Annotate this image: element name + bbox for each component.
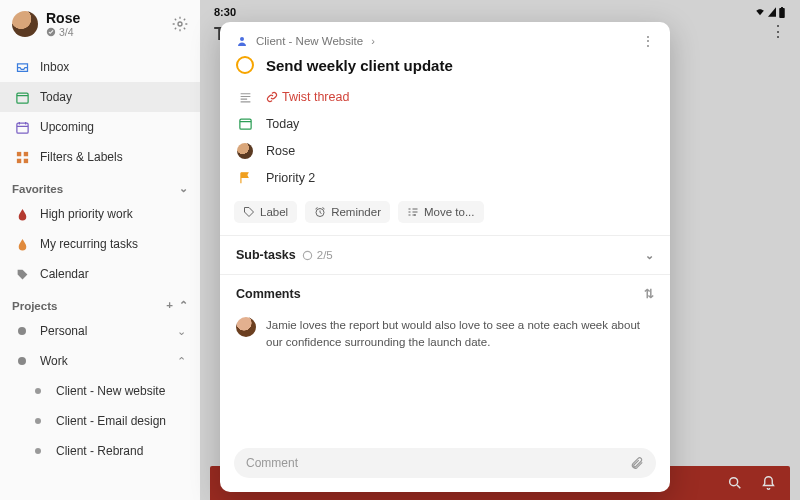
nav-main: Inbox Today Upcoming Filters & Labels: [0, 52, 200, 172]
comments-label: Comments: [236, 287, 301, 301]
svg-point-1: [178, 22, 182, 26]
twist-link[interactable]: Twist thread: [266, 90, 349, 104]
projects-header[interactable]: Projects + ⌃: [0, 289, 200, 316]
svg-rect-5: [23, 151, 27, 155]
favorites-header[interactable]: Favorites ⌄: [0, 172, 200, 199]
chevron-up-icon[interactable]: ⌃: [179, 299, 188, 312]
tag-icon: [243, 206, 255, 218]
expand-icon[interactable]: ⇅: [644, 287, 654, 301]
task-checkbox[interactable]: [236, 56, 254, 74]
user-name: Rose: [46, 10, 164, 26]
clock-icon: [314, 206, 326, 218]
comment-item: Jamie loves the report but would also lo…: [220, 313, 670, 360]
task-actions: Label Reminder Move to...: [220, 191, 670, 235]
chevron-down-icon: ⌄: [177, 325, 186, 338]
chevron-down-icon: ⌄: [179, 182, 188, 195]
user-progress: 3/4: [46, 26, 164, 38]
sidebar-header: Rose 3/4: [0, 0, 200, 42]
svg-rect-3: [16, 123, 27, 133]
favorite-item-high-priority[interactable]: High priority work: [0, 199, 200, 229]
task-title[interactable]: Send weekly client update: [266, 57, 453, 74]
move-icon: [407, 206, 419, 218]
nav-filters[interactable]: Filters & Labels: [0, 142, 200, 172]
svg-rect-2: [16, 93, 27, 103]
task-modal: Client - New Website › ⋮ Send weekly cli…: [220, 22, 670, 492]
task-description-row[interactable]: Twist thread: [220, 84, 670, 110]
reminder-button[interactable]: Reminder: [305, 201, 390, 223]
assignee-avatar: [237, 143, 253, 159]
svg-rect-4: [16, 151, 20, 155]
user-avatar[interactable]: [12, 11, 38, 37]
project-dot-icon: [35, 388, 41, 394]
modal-breadcrumb: Client - New Website › ⋮: [220, 22, 670, 54]
project-dot-icon: [35, 448, 41, 454]
project-dot-icon: [18, 327, 26, 335]
svg-point-14: [303, 251, 311, 259]
comment-composer: Comment: [220, 438, 670, 492]
nav-filters-label: Filters & Labels: [40, 150, 123, 164]
task-date-label: Today: [266, 117, 299, 131]
settings-icon[interactable]: [172, 16, 188, 32]
project-personal[interactable]: Personal ⌄: [0, 316, 200, 346]
subtasks-section[interactable]: Sub-tasks 2/5 ⌄: [220, 236, 670, 274]
task-date-row[interactable]: Today: [220, 110, 670, 137]
grid-icon: [14, 149, 30, 165]
task-assignee-label: Rose: [266, 144, 295, 158]
description-icon: [236, 91, 254, 104]
project-work-child-2[interactable]: Client - Rebrand: [0, 436, 200, 466]
progress-icon: [302, 250, 313, 261]
inbox-icon: [14, 59, 30, 75]
nav-today-label: Today: [40, 90, 72, 104]
task-title-row: Send weekly client update: [220, 54, 670, 84]
project-work-child-0[interactable]: Client - New website: [0, 376, 200, 406]
comments-section[interactable]: Comments ⇅: [220, 275, 670, 313]
project-dot-icon: [35, 418, 41, 424]
chevron-up-icon: ⌃: [177, 355, 186, 368]
kebab-icon[interactable]: ⋮: [642, 34, 654, 48]
label-button[interactable]: Label: [234, 201, 297, 223]
calendar-today-icon: [14, 89, 30, 105]
flag-icon: [236, 171, 254, 185]
link-icon: [266, 91, 278, 103]
plus-icon[interactable]: +: [166, 299, 173, 312]
nav-today[interactable]: Today: [0, 82, 200, 112]
comment-input[interactable]: Comment: [234, 448, 656, 478]
sidebar: Rose 3/4 Inbox Today Upcoming: [0, 0, 200, 500]
task-assignee-row[interactable]: Rose: [220, 137, 670, 165]
svg-point-11: [240, 37, 244, 41]
svg-rect-7: [23, 158, 27, 162]
subtasks-label: Sub-tasks: [236, 248, 296, 262]
attachment-icon[interactable]: [630, 456, 644, 470]
calendar-upcoming-icon: [14, 119, 30, 135]
nav-upcoming-label: Upcoming: [40, 120, 94, 134]
nav-inbox[interactable]: Inbox: [0, 52, 200, 82]
breadcrumb-link[interactable]: Client - New Website: [256, 35, 363, 47]
drop-icon: [14, 236, 30, 252]
project-work-child-1[interactable]: Client - Email design: [0, 406, 200, 436]
favorite-item-calendar[interactable]: Calendar: [0, 259, 200, 289]
project-work[interactable]: Work ⌃: [0, 346, 200, 376]
task-priority-label: Priority 2: [266, 171, 315, 185]
drop-icon: [14, 206, 30, 222]
nav-inbox-label: Inbox: [40, 60, 69, 74]
person-icon: [236, 35, 248, 47]
comment-body: Jamie loves the report but would also lo…: [266, 317, 654, 350]
calendar-icon: [236, 116, 254, 131]
svg-rect-12: [239, 119, 250, 129]
favorite-item-recurring[interactable]: My recurring tasks: [0, 229, 200, 259]
comment-avatar: [236, 317, 256, 337]
nav-upcoming[interactable]: Upcoming: [0, 112, 200, 142]
move-button[interactable]: Move to...: [398, 201, 484, 223]
svg-rect-6: [16, 158, 20, 162]
task-priority-row[interactable]: Priority 2: [220, 165, 670, 191]
chevron-down-icon: ⌄: [645, 249, 654, 262]
tag-icon: [14, 266, 30, 282]
verified-icon: [46, 27, 56, 37]
chevron-right-icon: ›: [371, 35, 375, 47]
project-dot-icon: [18, 357, 26, 365]
comment-placeholder: Comment: [246, 456, 298, 470]
